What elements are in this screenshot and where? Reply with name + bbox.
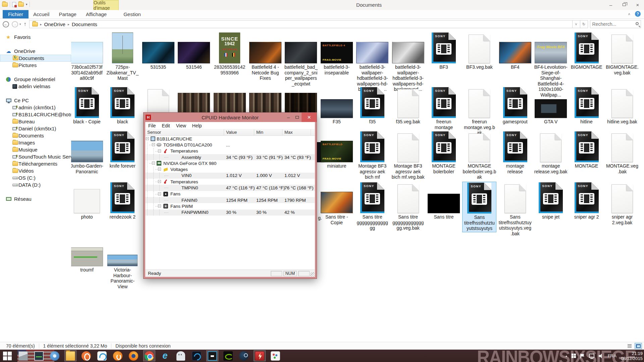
file-tile[interactable]: SONYgamesprout [498,86,532,125]
file-tile[interactable]: Jumbo-Garden-Panoramic [71,131,104,175]
volume-icon[interactable] [599,354,603,358]
file-tile[interactable]: SONYfreerun montage [427,86,461,131]
address-dropdown-button[interactable]: ˅ [573,20,580,28]
cpuid-close-button[interactable]: ✕ [302,113,317,122]
file-tile[interactable]: BIGMONTAGE.veg.bak [605,32,639,76]
tab-gestion[interactable]: Gestion [119,10,146,18]
file-tile[interactable]: SONYsniper agr 2 [570,182,604,221]
forward-button[interactable]: → [12,21,18,27]
menu-help[interactable]: Help [189,123,205,128]
app-avast-icon[interactable] [112,350,124,361]
column-sensor[interactable]: Sensor [145,129,224,135]
file-tile[interactable]: SONYBF3 [427,32,461,71]
file-tile[interactable]: F35 [320,86,354,125]
file-tile[interactable]: photo [71,182,104,221]
file-tile[interactable]: BATTLEFIELDFRAG-MOVIEminiature [320,131,354,170]
file-tile[interactable]: BATTLEFIELD 4FRAG-MOVIEbattlefield-3-ins… [320,32,354,76]
sidebar-item[interactable]: Bureau [0,118,71,125]
file-tile[interactable]: MONTAGE.veg.bak [605,131,639,175]
tree-expander-icon[interactable]: − [146,137,149,140]
tree-expander-icon[interactable]: − [158,180,161,183]
file-tile[interactable]: Sans titre gggggggggggggg.veg.bak [391,182,425,232]
ribbon-collapse-icon[interactable]: ˄ [628,12,630,16]
app-vegas-icon[interactable] [206,350,218,361]
sensor-row[interactable]: VIN01.012 V1.000 V1.012 V [145,173,315,179]
tab-fichier[interactable]: Fichier [3,10,29,18]
file-tile[interactable]: BF3.veg.bak [462,32,496,71]
refresh-button[interactable]: ↻ [580,20,588,28]
details-view-button[interactable] [626,343,633,349]
sensor-row[interactable]: −Temperatures [145,148,315,154]
app-media-disc-icon[interactable] [49,350,61,361]
file-tile[interactable]: SONYMONTAGE bolerboler [427,131,461,175]
start-button[interactable] [1,350,13,361]
column-max[interactable]: Max [282,129,311,135]
breadcrumb-onedrive[interactable]: OneDrive [44,21,65,27]
file-tile[interactable]: battlefield-3-wallpaper-hdbattlefield-3-… [391,32,425,93]
file-tile[interactable]: Victoria-Harbour-Panoramic-View [105,235,140,290]
file-tile[interactable]: SONYf35 [355,86,389,125]
file-tile[interactable]: SONYblack - Copie [71,86,104,125]
search-box[interactable] [590,20,641,28]
close-button[interactable]: × [633,1,642,8]
cpuid-minimize-button[interactable]: – [284,115,293,120]
app-nvidia-icon[interactable] [222,350,234,361]
sidebar-item[interactable]: Musique [0,146,71,153]
sidebar-item[interactable]: adelin vielmas [0,83,71,90]
app-steam-icon[interactable] [238,350,250,361]
file-tile[interactable]: battlefield-3-wallpaper-hdbattlefield-3-… [355,32,389,93]
up-button[interactable]: ↑ [24,21,26,27]
file-tile[interactable]: MONTAGE bolerboler.veg.bak [462,131,496,181]
network-icon[interactable] [589,354,594,358]
menu-view[interactable]: View [173,123,189,128]
app-chrome-icon[interactable] [143,350,155,361]
file-tile[interactable]: SINCE1942VETERAN2832655391429593966 [213,32,247,76]
file-tile[interactable]: GTA V [534,86,568,125]
file-tile[interactable]: SONYSans titrefhssthutztuyutstsuyutys [462,182,496,232]
app-internet-explorer-icon[interactable]: e [159,350,171,361]
file-tile[interactable]: battlefield_bad_company_2_sniper_wallpap… [284,32,318,87]
file-tile[interactable]: SONYblack [105,86,140,125]
sidebar-item[interactable]: Pictures [0,62,71,69]
file-tile[interactable]: montage release.veg.bak [534,131,568,175]
back-button[interactable]: ← [3,21,9,27]
menu-edit[interactable]: Edit [159,123,173,128]
image-tools-context-tab[interactable]: Outils d'image [93,0,119,10]
tray-windows-icon[interactable] [572,354,576,358]
sensor-row[interactable]: −NVIDIA GeForce GTX 980 [145,160,315,166]
cpuid-maximize-button[interactable] [293,116,302,119]
sidebar-item[interactable]: OS (C:) [0,174,71,181]
file-tile[interactable]: 73b0ca02f573f30f14d2ab95dfa80c9f [71,32,104,82]
sensor-row[interactable]: TMPIN047 °C (116 °F)47 °C (116 °F)76 °C … [145,185,315,191]
tree-expander-icon[interactable]: − [158,168,161,171]
sensor-row[interactable]: −Voltages [145,166,315,172]
sidebar-item[interactable]: Documents [0,132,71,139]
sensor-row[interactable]: FANIN01254 RPM1254 RPM1790 RPM [145,197,315,203]
new-folder-icon[interactable] [18,2,24,7]
hidden-icons-icon[interactable]: ▴ [566,354,567,358]
cpuid-titlebar[interactable]: H CPUID Hardware Monitor – ✕ [144,113,317,122]
history-dropdown-icon[interactable]: ▾ [19,22,21,26]
app-hwmonitor-icon[interactable] [254,350,266,361]
tab-accueil[interactable]: Accueil [29,10,54,18]
thumbnails-view-button[interactable] [635,343,642,349]
customize-qat-icon[interactable]: ▾ [26,3,28,6]
sidebar-item[interactable]: Vidéos [0,167,71,174]
app-origin-icon[interactable] [80,350,92,361]
sensor-row[interactable]: −Temperatures [145,179,315,185]
sidebar-item[interactable]: DATA (D:) [0,181,71,188]
file-tile[interactable]: f35.veg.bak [391,86,425,125]
file-tile[interactable]: freerun montage.veg.bak [462,86,496,136]
search-input[interactable] [590,21,631,27]
sidebar-item[interactable]: Ce PC [0,97,71,104]
file-tile[interactable]: troumf [71,235,104,274]
restore-button[interactable] [620,1,629,8]
sensor-row[interactable]: Assembly34 °C (93 °F)33 °C (91 °F)34 °C … [145,154,315,160]
sensor-row[interactable]: −B1B1L4CRUCHE [145,136,315,142]
app-file-explorer-icon[interactable] [64,350,76,361]
file-tile[interactable]: Sans titrefhssthutztuyutstsuyutys.veg.ba… [498,182,532,237]
sidebar-item[interactable]: Images [0,139,71,146]
tab-partage[interactable]: Partage [54,10,81,18]
file-tile[interactable]: BF4 [498,32,532,71]
file-tile[interactable]: hitline.veg.bak [605,86,639,125]
